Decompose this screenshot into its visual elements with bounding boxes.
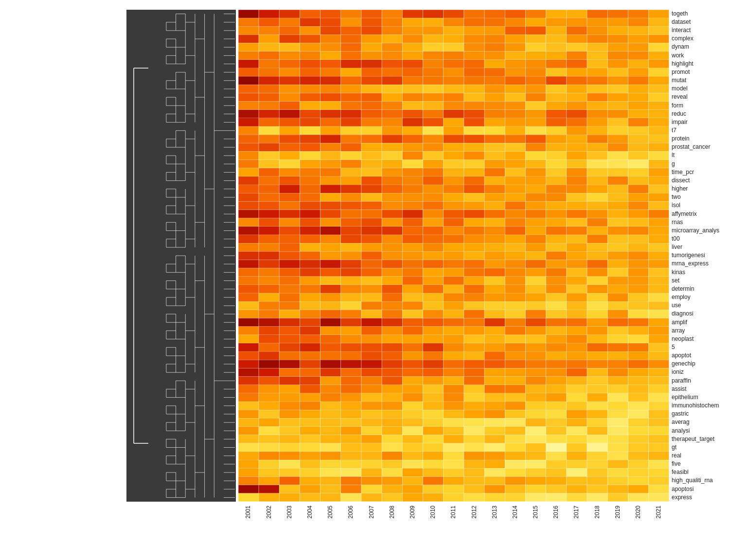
heatmap-canvas [0,0,747,560]
main-container [0,0,747,560]
